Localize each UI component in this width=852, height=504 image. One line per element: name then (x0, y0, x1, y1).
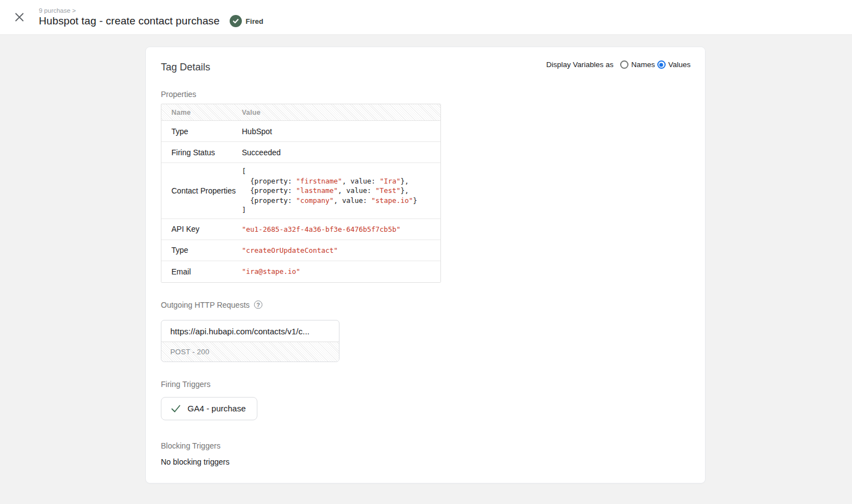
display-variables-label: Display Variables as (546, 60, 613, 69)
column-header-name: Name (161, 109, 242, 116)
display-variables-control: Display Variables as Names Values (546, 60, 691, 69)
content-area: Tag Details Display Variables as Names V… (0, 35, 852, 483)
property-name: Type (161, 127, 242, 136)
trigger-check-icon (170, 403, 181, 414)
radio-values-label: Values (668, 60, 691, 69)
title-block: 9 purchase > Hubspot tag - create contac… (39, 7, 263, 27)
property-name: Type (161, 246, 242, 254)
outgoing-http-requests-heading: Outgoing HTTP Requests ? (161, 301, 691, 309)
fired-label: Fired (246, 17, 263, 26)
property-value: Succeeded (242, 148, 440, 157)
properties-heading: Properties (161, 90, 691, 99)
trigger-label: GA4 - purchase (187, 404, 246, 413)
radio-names-label: Names (631, 60, 655, 69)
radio-option-names[interactable]: Names (620, 60, 655, 69)
request-url[interactable]: https://api.hubapi.com/contacts/v1/c... (161, 320, 339, 342)
property-name: Email (161, 267, 242, 276)
property-name: API Key (161, 225, 242, 233)
property-value: "createOrUpdateContact" (242, 246, 440, 254)
card-title: Tag Details (161, 60, 210, 73)
fired-status-badge: Fired (230, 15, 263, 27)
fired-check-icon (230, 15, 242, 27)
blocking-triggers-empty-text: No blocking triggers (161, 457, 691, 466)
top-bar: 9 purchase > Hubspot tag - create contac… (0, 0, 852, 35)
radio-names-icon[interactable] (620, 60, 628, 69)
table-row: API Key "eu1-2685-a32f-4a36-bf3e-6476b5f… (161, 219, 440, 240)
property-value: HubSpot (242, 127, 440, 136)
table-row: Email "ira@stape.io" (161, 261, 440, 282)
firing-triggers-heading: Firing Triggers (161, 380, 691, 389)
tag-details-card: Tag Details Display Variables as Names V… (145, 47, 706, 483)
close-icon (13, 11, 26, 23)
property-value: "ira@stape.io" (242, 267, 440, 276)
table-header-row: Name Value (161, 104, 440, 121)
help-icon[interactable]: ? (254, 301, 262, 309)
page-title: Hubspot tag - create contact purchase (39, 15, 220, 27)
radio-values-icon[interactable] (657, 60, 666, 69)
radio-option-values[interactable]: Values (657, 60, 691, 69)
property-name: Firing Status (161, 148, 242, 157)
table-row: Contact Properties [ {property: "firstna… (161, 163, 440, 219)
property-value: "eu1-2685-a32f-4a36-bf3e-6476b5f7cb5b" (242, 225, 440, 233)
http-request-card[interactable]: https://api.hubapi.com/contacts/v1/c... … (161, 320, 339, 362)
close-button[interactable] (12, 9, 27, 25)
breadcrumb[interactable]: 9 purchase > (39, 7, 263, 14)
firing-trigger-item[interactable]: GA4 - purchase (161, 397, 257, 420)
table-row: Firing Status Succeeded (161, 142, 440, 163)
blocking-triggers-heading: Blocking Triggers (161, 441, 691, 450)
column-header-value: Value (242, 109, 440, 116)
property-name: Contact Properties (161, 186, 242, 195)
table-row: Type HubSpot (161, 121, 440, 142)
property-value-code: [ {property: "firstname", value: "Ira"},… (242, 166, 440, 215)
properties-table: Name Value Type HubSpot Firing Status Su… (161, 104, 441, 283)
table-row: Type "createOrUpdateContact" (161, 240, 440, 261)
request-status: POST - 200 (161, 342, 339, 362)
